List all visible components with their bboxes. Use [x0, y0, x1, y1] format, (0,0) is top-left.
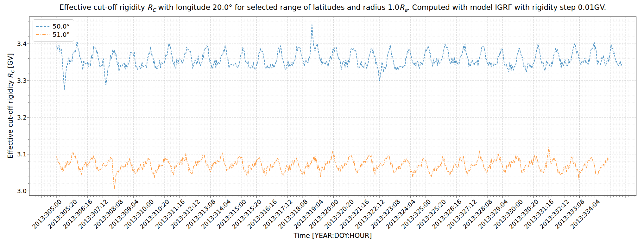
- figure: Effective cut-off rigidity RC with longi…: [0, 0, 644, 249]
- y-tick-label: 3.1: [8, 150, 27, 158]
- legend-item-50: 50.0°: [36, 23, 70, 30]
- legend: 50.0° 51.0°: [33, 19, 74, 42]
- y-tick-label: 3.2: [8, 114, 27, 121]
- legend-item-51: 51.0°: [36, 31, 70, 38]
- y-tick-label: 3.4: [8, 40, 27, 48]
- dashed-line-icon: [36, 25, 49, 27]
- dashdot-line-icon: [36, 34, 49, 36]
- y-tick-label: 3.3: [8, 77, 27, 84]
- series-line-50.0: [57, 25, 622, 89]
- y-tick-label: 3.0: [8, 187, 27, 195]
- legend-label-50: 50.0°: [53, 23, 70, 30]
- legend-label-51: 51.0°: [53, 31, 70, 38]
- series-line-51.0: [57, 147, 609, 189]
